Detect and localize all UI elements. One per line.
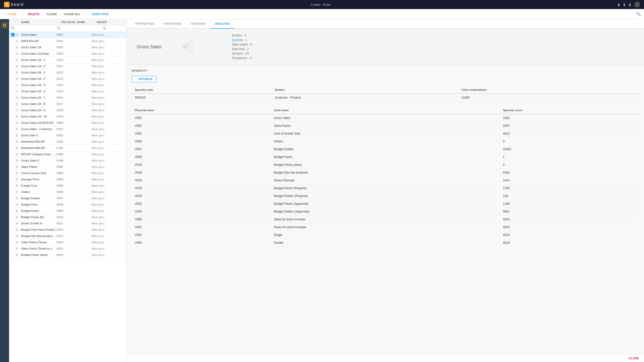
topbar-icons: ▮ ▮ ▮	[618, 2, 640, 7]
list-item[interactable]: ⊙ Gross Sales 2A - 5 V214 Main grou	[9, 82, 126, 88]
cube-count: 10401	[500, 145, 639, 153]
list-item[interactable]: ⊞ Gross Sales 2 V188 Main grou	[9, 157, 126, 164]
list-item[interactable]: ⊞ Gross Sales 2A (ROLAP) V209 Main grou	[9, 120, 126, 126]
item-physical: V213	[56, 77, 92, 80]
diagram-label: Procedures - 3	[232, 56, 252, 60]
list-item[interactable]: ⊙ Gross Sales 2A - 6 V215 Main grou	[9, 88, 126, 95]
list-item[interactable]: ⊞ Sales Packs (Temp) V014 Main grou	[9, 239, 126, 246]
tab-structure[interactable]: STRUCTURE	[159, 19, 186, 29]
cube-physical: V009	[132, 153, 271, 161]
item-physical: V221	[56, 39, 92, 43]
nav-cubes-icon[interactable]	[1, 22, 8, 29]
list-item[interactable]: ⊞ Budget Price V008 Main grou	[9, 202, 126, 208]
notification-icon[interactable]: ▮	[623, 3, 625, 7]
cube-name-cell: Sales for price increase	[271, 216, 500, 223]
item-name: Gross Sales 2A - 3	[21, 71, 56, 74]
chat-icon[interactable]: ▮	[629, 3, 631, 7]
tab-versions[interactable]: VERSIONS	[186, 19, 210, 29]
list-item[interactable]: ⊞ Budget Packs (R) V010 Main grou	[9, 214, 126, 220]
list-item[interactable]: ⊞ Orders V006 Main grou	[9, 189, 126, 195]
toolbar: + CUBE DELETE CLEAR CLEAR ALL USER VIEW …	[0, 9, 644, 19]
item-check-col: ⊞	[11, 64, 21, 68]
item-name: Sales Packs (Temp)	[21, 241, 56, 244]
list-item[interactable]: ⊞ Sales Packs (Temp by Year) V015 Main g…	[9, 246, 126, 252]
item-physical: V001	[56, 33, 92, 36]
cube-physical: V066	[132, 216, 271, 223]
item-physical: V005	[56, 184, 92, 187]
list-item[interactable]: ⊟ DATA ROLAP V221 Main grou	[9, 38, 126, 44]
list-item[interactable]: ⊞ Gross Sales 2A - 1 V210 Main grou	[9, 57, 126, 63]
list-item[interactable]: ⊞ Average Price V004 Main grou	[9, 176, 126, 183]
group-search-input[interactable]	[110, 26, 127, 30]
cube-physical: V023	[132, 184, 271, 192]
clear-all-button[interactable]: CLEAR ALL	[61, 12, 83, 17]
list-item[interactable]: ⊞ Budget Price New Product V012 Main gro…	[9, 227, 126, 233]
item-group: Main grou	[92, 178, 124, 181]
tab-analysis[interactable]: ANALYSIS	[210, 19, 234, 29]
list-item[interactable]: ⊞ Cost of Goods Sold V003 Main grou	[9, 170, 126, 176]
cube-physical: V002	[132, 122, 271, 130]
list-item[interactable]: ⊞ Budget Qty New product (product) V013 …	[9, 233, 126, 239]
item-group: Main grou	[92, 65, 124, 68]
list-item[interactable]: ⊞ Driver Growth % V011 Main grou	[9, 220, 126, 227]
optimize-button[interactable]: ↑ OPTIMIZE	[132, 76, 156, 82]
list-item[interactable]: ⊞ Gross Sales 2A V205 Main grou	[9, 44, 126, 51]
list-item[interactable]: ⊞ Gross Sales - CustomerProduct V197 Mai…	[9, 126, 126, 132]
item-check-col: ⊞	[11, 253, 21, 257]
list-item[interactable]: ⊞ Gross Sales 2A - 7 V216 Main grou	[9, 95, 126, 101]
item-name: Budget Packs (save)	[21, 253, 56, 256]
item-name: Gross Sales - CustomerProduct	[21, 128, 56, 131]
list-item[interactable]: ⊞ Northwind ROLAP V195 Main grou	[9, 139, 126, 145]
header-check	[11, 21, 21, 24]
add-cube-button[interactable]: + CUBE	[3, 12, 19, 17]
list-item[interactable]: ⊞ Gross Sales 2A - 4 V213 Main grou	[9, 76, 126, 82]
cube-row: V002 Sales Packs 2637	[132, 122, 639, 130]
item-name: Budget Qty New product (product)	[21, 234, 56, 237]
item-name: Budget Price New Product	[21, 228, 56, 231]
item-check-col: ⊞	[11, 58, 21, 62]
name-search-input[interactable]	[18, 26, 55, 30]
item-type-icon: ⊞	[16, 52, 18, 55]
delete-button[interactable]: DELETE	[25, 12, 42, 17]
main-layout: Name Physical name Group 🔍 🔍 🔍 ✓ ⊞ Gross…	[0, 19, 644, 362]
physical-search-input[interactable]	[64, 26, 101, 30]
item-name: Budget Packs (R)	[21, 216, 56, 219]
cube-count: 5831	[500, 208, 639, 216]
list-item[interactable]: ⊞ Northwind MOLAP V196 Main grou	[9, 145, 126, 151]
list-item[interactable]: ⊞ Sales Packs V002 Main grou	[9, 164, 126, 170]
search-icon[interactable]: 🔍	[636, 12, 641, 16]
item-physical: V012	[56, 228, 92, 231]
list-item[interactable]: ⊞ ROLAP Category Desc - Access V189 Main…	[9, 151, 126, 157]
list-item[interactable]: ⊞ Gross Sales 2A - 8 V217 Main grou	[9, 101, 126, 107]
item-group: Main grou	[92, 190, 124, 193]
cube-count: 1	[500, 153, 639, 161]
cube-count: 6392	[500, 169, 639, 177]
clear-button[interactable]: CLEAR	[44, 12, 59, 17]
list-item[interactable]: ⊞ Budget Packs V009 Main grou	[9, 208, 126, 214]
sp-header: Sparsity code	[132, 86, 272, 94]
item-name: Gross Sales 2A - 9	[21, 109, 56, 112]
tab-properties[interactable]: PROPERTIES	[131, 19, 159, 29]
message-icon[interactable]: ▮	[618, 3, 620, 7]
user-view-button[interactable]: USER VIEW	[89, 12, 111, 17]
item-check-col: ⊞	[11, 228, 21, 231]
list-item[interactable]: ⊞ Gross Sale 3 V203 Main grou	[9, 132, 126, 139]
cube-physical: V001	[132, 114, 271, 122]
item-type-icon: ⊞	[16, 190, 18, 194]
cube-header: Sparsity count	[500, 107, 639, 114]
svg-rect-0	[3, 24, 4, 25]
list-item[interactable]: ✓ ⊞ Gross Sales V001 Main grou	[9, 32, 126, 38]
list-item[interactable]: ⊞ Budget Dollars V007 Main grou	[9, 195, 126, 202]
list-item[interactable]: ⊞ Gross Sales 2A - 10 V219 Main grou	[9, 113, 126, 120]
list-item[interactable]: ⊙ Gross Sales 2A - 9 V218 Main grou	[9, 107, 126, 113]
list-item[interactable]: ⊞ Gross Sales 2A - 2 V211 Main grou	[9, 63, 126, 69]
list-item[interactable]: ⊞ Budget Packs (save) V016 Main grou	[9, 252, 126, 258]
close-button[interactable]: CLOSE	[629, 357, 639, 360]
item-group: Main grou	[92, 39, 124, 43]
list-item[interactable]: ⊞ Gross Sales 2A - 3 V212 Main grou	[9, 69, 126, 76]
left-panel: Name Physical name Group 🔍 🔍 🔍 ✓ ⊞ Gross…	[9, 19, 127, 362]
item-name: Budget Dollars	[21, 197, 56, 200]
list-item[interactable]: ⊞ Gross Sales 2A (Day) V220 Main grou	[9, 51, 126, 57]
user-avatar[interactable]	[634, 2, 640, 7]
list-item[interactable]: ⊞ Freight Cost V005 Main grou	[9, 183, 126, 189]
